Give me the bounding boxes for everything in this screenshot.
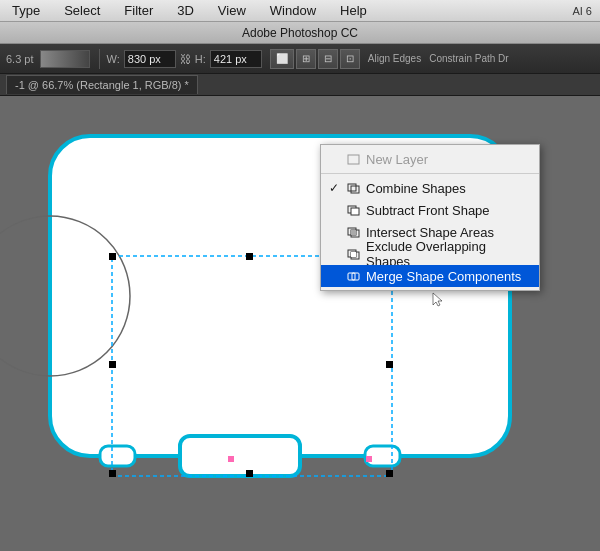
svg-rect-23: [351, 230, 356, 235]
dropdown-sep: [321, 173, 539, 174]
svg-rect-8: [109, 470, 116, 477]
menu-right-area: AI 6: [572, 5, 592, 17]
tab-bar: -1 @ 66.7% (Rectangle 1, RGB/8) *: [0, 74, 600, 96]
new-layer-label: New Layer: [366, 152, 428, 167]
svg-rect-3: [100, 446, 135, 466]
svg-rect-18: [351, 186, 359, 193]
app-version: AI 6: [572, 5, 592, 17]
svg-rect-12: [109, 361, 116, 368]
options-toolbar: 6.3 pt W: ⛓ H: ⬜ ⊞ ⊟ ⊡ Align Edges Const…: [0, 44, 600, 74]
height-input[interactable]: [210, 50, 262, 68]
title-bar: Adobe Photoshop CC: [0, 22, 600, 44]
merge-shape-label: Merge Shape Components: [366, 269, 521, 284]
svg-rect-14: [228, 456, 234, 462]
warp-btn[interactable]: ⊞: [296, 49, 316, 69]
canvas-area[interactable]: New Layer Combine Shapes Subtract Front …: [0, 96, 600, 551]
merge-shape-icon: [345, 269, 361, 283]
link-icon: ⛓: [180, 53, 191, 65]
intersect-shape-label: Intersect Shape Areas: [366, 225, 494, 240]
menu-filter[interactable]: Filter: [120, 2, 157, 19]
path-operations-dropdown: New Layer Combine Shapes Subtract Front …: [320, 144, 540, 291]
intersect-shape-icon: [345, 225, 361, 239]
transform-btn[interactable]: ⬜: [270, 49, 294, 69]
exclude-overlap-item[interactable]: Exclude Overlapping Shapes: [321, 243, 539, 265]
svg-rect-2: [180, 436, 300, 476]
menu-select[interactable]: Select: [60, 2, 104, 19]
svg-rect-9: [386, 470, 393, 477]
menu-help[interactable]: Help: [336, 2, 371, 19]
app-title: Adobe Photoshop CC: [242, 26, 358, 40]
constrain-label: Constrain Path Dr: [429, 53, 508, 64]
svg-rect-20: [351, 208, 359, 215]
stroke-swatch[interactable]: [40, 50, 90, 68]
width-label: W:: [107, 53, 120, 65]
svg-rect-15: [366, 456, 372, 462]
sep1: [99, 49, 100, 69]
combine-shapes-item[interactable]: Combine Shapes: [321, 177, 539, 199]
menu-type[interactable]: Type: [8, 2, 44, 19]
svg-rect-11: [246, 470, 253, 477]
document-tab[interactable]: -1 @ 66.7% (Rectangle 1, RGB/8) *: [6, 75, 198, 94]
svg-rect-10: [246, 253, 253, 260]
svg-rect-17: [348, 184, 356, 191]
combine-shapes-icon: [345, 181, 361, 195]
new-layer-icon: [345, 152, 361, 166]
svg-rect-26: [351, 252, 356, 257]
height-label: H:: [195, 53, 206, 65]
menu-bar: Type Select Filter 3D View Window Help A…: [0, 0, 600, 22]
menu-window[interactable]: Window: [266, 2, 320, 19]
align-edges-label: Align Edges: [368, 53, 421, 64]
svg-rect-16: [348, 155, 359, 164]
transform-buttons: ⬜ ⊞ ⊟ ⊡: [270, 49, 360, 69]
exclude-overlap-icon: [345, 247, 361, 261]
subtract-front-item[interactable]: Subtract Front Shape: [321, 199, 539, 221]
distribute-btn[interactable]: ⊡: [340, 49, 360, 69]
combine-shapes-label: Combine Shapes: [366, 181, 466, 196]
subtract-front-label: Subtract Front Shape: [366, 203, 490, 218]
svg-rect-13: [386, 361, 393, 368]
width-input[interactable]: [124, 50, 176, 68]
align-btn[interactable]: ⊟: [318, 49, 338, 69]
menu-view[interactable]: View: [214, 2, 250, 19]
subtract-front-icon: [345, 203, 361, 217]
svg-rect-6: [109, 253, 116, 260]
new-layer-item[interactable]: New Layer: [321, 148, 539, 170]
menu-3d[interactable]: 3D: [173, 2, 198, 19]
stroke-label: 6.3 pt: [6, 53, 34, 65]
merge-shape-item[interactable]: Merge Shape Components: [321, 265, 539, 287]
